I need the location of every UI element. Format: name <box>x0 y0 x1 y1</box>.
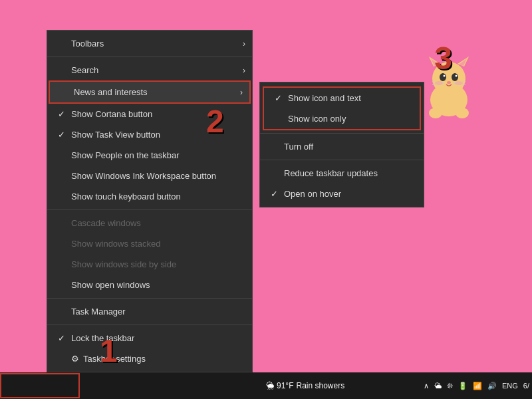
wifi-icon: 📶 <box>473 382 482 390</box>
menu-item-touch[interactable]: Show touch keyboard button <box>47 186 252 207</box>
menu-item-settings[interactable]: ⚙ Taskbar settings <box>47 348 252 369</box>
label-turn-off: Turn off <box>284 142 313 152</box>
check-hover: ✓ <box>271 189 284 199</box>
menu-item-show-open[interactable]: Show open windows <box>47 275 252 295</box>
battery-icon: 🔋 <box>458 382 467 390</box>
svg-point-7 <box>452 73 458 81</box>
check-lock: ✓ <box>58 333 71 343</box>
menu-item-people[interactable]: Show People on the taskbar <box>47 145 252 166</box>
label-ink: Show Windows Ink Workspace button <box>71 171 216 181</box>
label-stacked: Show windows stacked <box>71 239 160 249</box>
arrow-news: › <box>240 88 243 97</box>
menu-item-toolbars[interactable]: Toolbars › <box>47 33 252 54</box>
submenu-item-reduce[interactable]: Reduce taskbar updates <box>260 163 424 184</box>
weather-temp: 91°F <box>277 381 293 390</box>
svg-point-17 <box>435 81 443 85</box>
submenu-item-turn-off[interactable]: Turn off <box>260 136 424 157</box>
divider-3 <box>47 298 252 299</box>
badge-2: 2 <box>206 103 224 140</box>
check-task-view: ✓ <box>58 130 71 140</box>
menu-item-stacked: Show windows stacked <box>47 233 252 254</box>
label-side-by-side: Show windows side by side <box>71 259 176 269</box>
divider-1 <box>47 57 252 57</box>
svg-point-10 <box>447 81 451 84</box>
label-cascade: Cascade windows <box>71 218 141 228</box>
taskbar: 🌦 91°F Rain showers ∧ 🌥 ❊ 🔋 📶 🔊 ENG 6/ <box>0 372 532 399</box>
taskbar-weather[interactable]: 🌦 91°F Rain showers <box>266 381 344 390</box>
taskbar-system-tray: ∧ 🌥 ❊ 🔋 📶 🔊 ENG 6/ <box>424 372 532 399</box>
menu-item-search[interactable]: Search › <box>47 60 252 80</box>
divider-2 <box>47 209 252 210</box>
svg-point-15 <box>429 108 442 118</box>
label-task-manager: Task Manager <box>71 307 126 317</box>
weather-condition: Rain showers <box>296 381 344 390</box>
tray-arrow[interactable]: ∧ <box>424 382 429 390</box>
language-indicator[interactable]: ENG <box>502 382 518 390</box>
arrow-search: › <box>243 66 245 75</box>
svg-point-18 <box>455 81 463 85</box>
label-reduce: Reduce taskbar updates <box>284 168 378 178</box>
label-touch: Show touch keyboard button <box>71 192 181 201</box>
menu-item-lock[interactable]: ✓ Lock the taskbar <box>47 328 252 348</box>
badge-3: 3 <box>434 40 452 76</box>
label-toolbars: Toolbars <box>71 39 104 49</box>
volume-icon[interactable]: 🔊 <box>487 382 497 390</box>
desktop: 2 3 Toolbars › Search › News and interes… <box>0 0 532 399</box>
label-icon-only: Show icon only <box>288 114 346 124</box>
snowflake-icon: ❊ <box>447 382 453 390</box>
label-news: News and interests <box>74 87 148 97</box>
svg-point-9 <box>456 75 458 77</box>
check-cortana: ✓ <box>58 109 71 119</box>
label-search: Search <box>71 65 98 75</box>
label-people: Show People on the taskbar <box>71 150 180 160</box>
label-icon-text: Show icon and text <box>288 93 361 103</box>
time-display: 6/ <box>523 382 529 390</box>
weather-icon: 🌦 <box>266 381 274 390</box>
submenu-item-hover[interactable]: ✓ Open on hover <box>260 184 424 204</box>
taskbar-start-area[interactable] <box>0 373 80 398</box>
context-menu: Toolbars › Search › News and interests ›… <box>47 30 253 372</box>
submenu-item-icon-only[interactable]: Show icon only <box>264 108 420 129</box>
cloud-icon: 🌥 <box>434 382 442 390</box>
label-cortana: Show Cortana button <box>71 109 152 119</box>
gear-icon: ⚙ <box>71 354 79 364</box>
check-icon-text: ✓ <box>275 93 288 103</box>
submenu-news: ✓ Show icon and text Show icon only Turn… <box>259 82 424 207</box>
label-task-view: Show Task View button <box>71 130 160 140</box>
submenu-divider-2 <box>260 160 424 160</box>
menu-item-side-by-side: Show windows side by side <box>47 254 252 275</box>
label-hover: Open on hover <box>284 189 341 199</box>
submenu-item-icon-text[interactable]: ✓ Show icon and text <box>264 88 420 108</box>
menu-item-news[interactable]: News and interests › <box>50 82 249 102</box>
arrow-toolbars: › <box>243 39 245 49</box>
menu-item-task-manager[interactable]: Task Manager <box>47 301 252 322</box>
menu-item-cascade: Cascade windows <box>47 213 252 233</box>
divider-4 <box>47 325 252 325</box>
submenu-divider-1 <box>260 133 424 134</box>
menu-item-ink[interactable]: Show Windows Ink Workspace button <box>47 166 252 186</box>
badge-1: 1 <box>100 332 118 369</box>
label-show-open: Show open windows <box>71 280 150 290</box>
svg-point-16 <box>456 108 469 118</box>
